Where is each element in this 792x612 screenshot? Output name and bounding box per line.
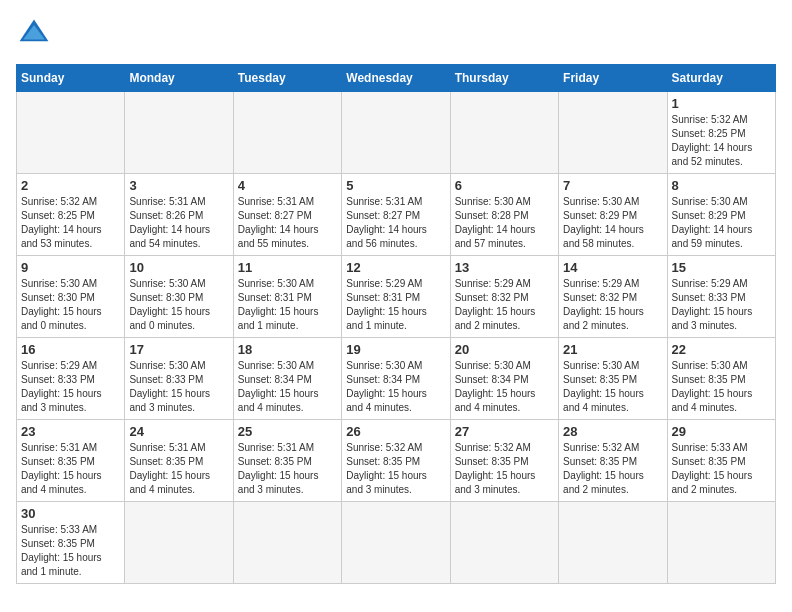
calendar-cell: 12Sunrise: 5:29 AM Sunset: 8:31 PM Dayli… (342, 256, 450, 338)
day-number: 5 (346, 178, 445, 193)
calendar-cell: 8Sunrise: 5:30 AM Sunset: 8:29 PM Daylig… (667, 174, 775, 256)
calendar-cell (559, 92, 667, 174)
weekday-header: Sunday (17, 65, 125, 92)
day-number: 16 (21, 342, 120, 357)
calendar-cell (125, 92, 233, 174)
calendar-cell: 14Sunrise: 5:29 AM Sunset: 8:32 PM Dayli… (559, 256, 667, 338)
calendar-cell: 1Sunrise: 5:32 AM Sunset: 8:25 PM Daylig… (667, 92, 775, 174)
weekday-header: Wednesday (342, 65, 450, 92)
day-number: 23 (21, 424, 120, 439)
calendar-cell: 23Sunrise: 5:31 AM Sunset: 8:35 PM Dayli… (17, 420, 125, 502)
day-number: 27 (455, 424, 554, 439)
calendar-cell: 24Sunrise: 5:31 AM Sunset: 8:35 PM Dayli… (125, 420, 233, 502)
day-info: Sunrise: 5:31 AM Sunset: 8:27 PM Dayligh… (238, 195, 337, 251)
calendar-cell: 29Sunrise: 5:33 AM Sunset: 8:35 PM Dayli… (667, 420, 775, 502)
calendar-cell: 3Sunrise: 5:31 AM Sunset: 8:26 PM Daylig… (125, 174, 233, 256)
day-number: 20 (455, 342, 554, 357)
day-info: Sunrise: 5:30 AM Sunset: 8:31 PM Dayligh… (238, 277, 337, 333)
calendar-cell: 20Sunrise: 5:30 AM Sunset: 8:34 PM Dayli… (450, 338, 558, 420)
calendar-cell (17, 92, 125, 174)
calendar-cell: 27Sunrise: 5:32 AM Sunset: 8:35 PM Dayli… (450, 420, 558, 502)
calendar-cell (450, 502, 558, 584)
day-info: Sunrise: 5:31 AM Sunset: 8:35 PM Dayligh… (21, 441, 120, 497)
calendar-cell (233, 92, 341, 174)
day-info: Sunrise: 5:29 AM Sunset: 8:33 PM Dayligh… (21, 359, 120, 415)
calendar-header: SundayMondayTuesdayWednesdayThursdayFrid… (17, 65, 776, 92)
day-info: Sunrise: 5:30 AM Sunset: 8:29 PM Dayligh… (672, 195, 771, 251)
day-info: Sunrise: 5:31 AM Sunset: 8:26 PM Dayligh… (129, 195, 228, 251)
day-number: 9 (21, 260, 120, 275)
calendar-cell (125, 502, 233, 584)
day-number: 18 (238, 342, 337, 357)
calendar-cell (667, 502, 775, 584)
calendar-cell (342, 502, 450, 584)
calendar-cell: 22Sunrise: 5:30 AM Sunset: 8:35 PM Dayli… (667, 338, 775, 420)
day-info: Sunrise: 5:32 AM Sunset: 8:35 PM Dayligh… (563, 441, 662, 497)
week-row: 2Sunrise: 5:32 AM Sunset: 8:25 PM Daylig… (17, 174, 776, 256)
weekday-header: Saturday (667, 65, 775, 92)
day-info: Sunrise: 5:29 AM Sunset: 8:32 PM Dayligh… (563, 277, 662, 333)
day-info: Sunrise: 5:31 AM Sunset: 8:35 PM Dayligh… (238, 441, 337, 497)
day-info: Sunrise: 5:30 AM Sunset: 8:34 PM Dayligh… (455, 359, 554, 415)
day-info: Sunrise: 5:31 AM Sunset: 8:27 PM Dayligh… (346, 195, 445, 251)
day-number: 25 (238, 424, 337, 439)
calendar-cell: 9Sunrise: 5:30 AM Sunset: 8:30 PM Daylig… (17, 256, 125, 338)
calendar-cell: 28Sunrise: 5:32 AM Sunset: 8:35 PM Dayli… (559, 420, 667, 502)
calendar-cell: 7Sunrise: 5:30 AM Sunset: 8:29 PM Daylig… (559, 174, 667, 256)
weekday-header: Friday (559, 65, 667, 92)
day-info: Sunrise: 5:32 AM Sunset: 8:35 PM Dayligh… (455, 441, 554, 497)
day-number: 4 (238, 178, 337, 193)
calendar-cell (342, 92, 450, 174)
day-number: 13 (455, 260, 554, 275)
day-info: Sunrise: 5:30 AM Sunset: 8:33 PM Dayligh… (129, 359, 228, 415)
calendar-cell (450, 92, 558, 174)
day-number: 17 (129, 342, 228, 357)
day-number: 1 (672, 96, 771, 111)
day-info: Sunrise: 5:30 AM Sunset: 8:30 PM Dayligh… (21, 277, 120, 333)
day-number: 11 (238, 260, 337, 275)
weekday-header: Monday (125, 65, 233, 92)
calendar-cell: 15Sunrise: 5:29 AM Sunset: 8:33 PM Dayli… (667, 256, 775, 338)
calendar-cell: 10Sunrise: 5:30 AM Sunset: 8:30 PM Dayli… (125, 256, 233, 338)
day-info: Sunrise: 5:33 AM Sunset: 8:35 PM Dayligh… (672, 441, 771, 497)
day-info: Sunrise: 5:30 AM Sunset: 8:35 PM Dayligh… (672, 359, 771, 415)
logo (16, 16, 58, 52)
day-number: 26 (346, 424, 445, 439)
weekday-header: Tuesday (233, 65, 341, 92)
calendar-cell: 19Sunrise: 5:30 AM Sunset: 8:34 PM Dayli… (342, 338, 450, 420)
calendar-cell: 30Sunrise: 5:33 AM Sunset: 8:35 PM Dayli… (17, 502, 125, 584)
day-info: Sunrise: 5:31 AM Sunset: 8:35 PM Dayligh… (129, 441, 228, 497)
day-info: Sunrise: 5:29 AM Sunset: 8:33 PM Dayligh… (672, 277, 771, 333)
day-info: Sunrise: 5:30 AM Sunset: 8:30 PM Dayligh… (129, 277, 228, 333)
week-row: 30Sunrise: 5:33 AM Sunset: 8:35 PM Dayli… (17, 502, 776, 584)
day-info: Sunrise: 5:29 AM Sunset: 8:32 PM Dayligh… (455, 277, 554, 333)
calendar-cell: 5Sunrise: 5:31 AM Sunset: 8:27 PM Daylig… (342, 174, 450, 256)
calendar-cell (559, 502, 667, 584)
calendar-cell: 16Sunrise: 5:29 AM Sunset: 8:33 PM Dayli… (17, 338, 125, 420)
day-info: Sunrise: 5:32 AM Sunset: 8:35 PM Dayligh… (346, 441, 445, 497)
day-number: 28 (563, 424, 662, 439)
day-info: Sunrise: 5:32 AM Sunset: 8:25 PM Dayligh… (21, 195, 120, 251)
calendar-cell: 17Sunrise: 5:30 AM Sunset: 8:33 PM Dayli… (125, 338, 233, 420)
logo-icon (16, 16, 52, 52)
calendar-cell: 13Sunrise: 5:29 AM Sunset: 8:32 PM Dayli… (450, 256, 558, 338)
day-number: 24 (129, 424, 228, 439)
day-number: 7 (563, 178, 662, 193)
weekday-header: Thursday (450, 65, 558, 92)
day-number: 21 (563, 342, 662, 357)
week-row: 16Sunrise: 5:29 AM Sunset: 8:33 PM Dayli… (17, 338, 776, 420)
calendar-cell: 11Sunrise: 5:30 AM Sunset: 8:31 PM Dayli… (233, 256, 341, 338)
calendar-cell: 6Sunrise: 5:30 AM Sunset: 8:28 PM Daylig… (450, 174, 558, 256)
day-number: 8 (672, 178, 771, 193)
calendar-cell: 2Sunrise: 5:32 AM Sunset: 8:25 PM Daylig… (17, 174, 125, 256)
calendar-cell: 26Sunrise: 5:32 AM Sunset: 8:35 PM Dayli… (342, 420, 450, 502)
day-info: Sunrise: 5:29 AM Sunset: 8:31 PM Dayligh… (346, 277, 445, 333)
weekday-row: SundayMondayTuesdayWednesdayThursdayFrid… (17, 65, 776, 92)
day-info: Sunrise: 5:30 AM Sunset: 8:29 PM Dayligh… (563, 195, 662, 251)
day-info: Sunrise: 5:30 AM Sunset: 8:28 PM Dayligh… (455, 195, 554, 251)
day-number: 19 (346, 342, 445, 357)
day-number: 30 (21, 506, 120, 521)
day-number: 15 (672, 260, 771, 275)
day-number: 10 (129, 260, 228, 275)
calendar-body: 1Sunrise: 5:32 AM Sunset: 8:25 PM Daylig… (17, 92, 776, 584)
